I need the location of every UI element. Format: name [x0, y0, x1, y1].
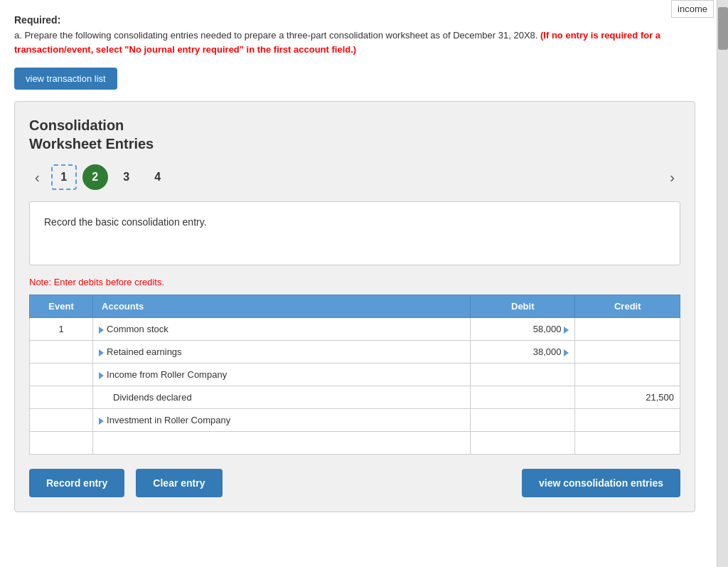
credit-cell[interactable] — [575, 432, 680, 455]
debit-cell[interactable]: 38,000 — [471, 341, 575, 364]
table-row: Income from Roller Company — [30, 364, 680, 386]
debit-cell[interactable] — [471, 409, 575, 432]
required-section: Required: a. Prepare the following conso… — [14, 14, 695, 56]
next-arrow[interactable]: › — [664, 166, 680, 189]
account-cell[interactable]: Income from Roller Company — [93, 364, 471, 386]
nav-row: ‹ 1 2 3 4 › — [29, 164, 680, 190]
table-row: Retained earnings38,000 — [30, 341, 680, 364]
buttons-row: Record entry Clear entry view consolidat… — [29, 469, 680, 497]
step-2[interactable]: 2 — [82, 164, 108, 190]
panel-title: Consolidation Worksheet Entries — [29, 116, 680, 153]
record-entry-button[interactable]: Record entry — [29, 469, 124, 497]
instruction-box: Record the basic consolidation entry. — [29, 201, 680, 265]
step-3[interactable]: 3 — [114, 164, 139, 190]
income-label: income — [678, 4, 707, 14]
table-row: 1Common stock58,000 — [30, 318, 680, 341]
view-consolidation-button[interactable]: view consolidation entries — [522, 469, 680, 497]
event-cell — [30, 341, 93, 364]
account-cell[interactable] — [93, 432, 471, 455]
account-cell[interactable]: Investment in Roller Company — [93, 409, 471, 432]
debit-cell[interactable] — [471, 386, 575, 409]
step-1[interactable]: 1 — [51, 164, 77, 190]
entry-table: Event Accounts Debit Credit 1Common stoc… — [29, 295, 680, 455]
event-cell — [30, 409, 93, 432]
col-event: Event — [30, 295, 93, 318]
consolidation-panel: Consolidation Worksheet Entries ‹ 1 2 3 … — [14, 101, 695, 512]
table-row: Dividends declared21,500 — [30, 386, 680, 409]
income-box: income — [671, 0, 714, 18]
view-transaction-button[interactable]: view transaction list — [14, 68, 117, 90]
credit-cell[interactable] — [575, 364, 680, 386]
required-label: Required: — [14, 14, 60, 26]
col-accounts: Accounts — [93, 295, 471, 318]
step-4[interactable]: 4 — [145, 164, 171, 190]
instruction-text: Record the basic consolidation entry. — [44, 216, 207, 228]
clear-entry-button[interactable]: Clear entry — [136, 469, 222, 497]
event-cell — [30, 386, 93, 409]
account-cell[interactable]: Common stock — [93, 318, 471, 341]
col-debit: Debit — [471, 295, 575, 318]
required-instruction: a. Prepare the following consolidating e… — [14, 28, 695, 56]
credit-cell[interactable] — [575, 341, 680, 364]
debit-cell[interactable] — [471, 432, 575, 455]
event-cell — [30, 432, 93, 455]
credit-cell[interactable] — [575, 318, 680, 341]
debit-cell[interactable]: 58,000 — [471, 318, 575, 341]
prev-arrow[interactable]: ‹ — [29, 166, 46, 189]
scrollbar-thumb — [718, 7, 728, 50]
table-row: Investment in Roller Company — [30, 409, 680, 432]
event-cell — [30, 364, 93, 386]
account-cell[interactable]: Dividends declared — [93, 386, 471, 409]
table-row — [30, 432, 680, 455]
account-cell[interactable]: Retained earnings — [93, 341, 471, 364]
event-cell: 1 — [30, 318, 93, 341]
scrollbar[interactable] — [717, 0, 728, 567]
note-text: Note: Enter debits before credits. — [29, 277, 680, 287]
debit-cell[interactable] — [471, 364, 575, 386]
credit-cell[interactable] — [575, 409, 680, 432]
col-credit: Credit — [575, 295, 680, 318]
credit-cell[interactable]: 21,500 — [575, 386, 680, 409]
